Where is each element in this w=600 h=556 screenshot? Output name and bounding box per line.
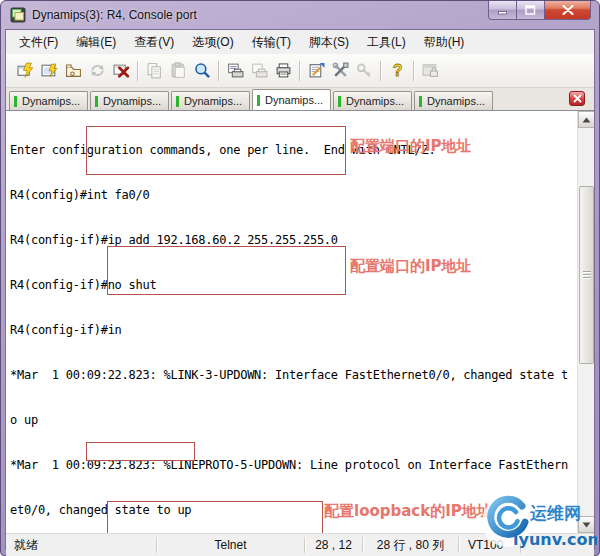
terminal-line: *Mar 1 00:09:22.823: %LINK-3-UPDOWN: Int… [10, 368, 568, 383]
toolbar: ? [6, 54, 594, 88]
menu-transfer[interactable]: 传输(T) [243, 31, 300, 54]
print-button[interactable] [271, 59, 295, 82]
minimize-button[interactable] [488, 1, 517, 20]
terminal-screen[interactable]: Enter configuration commands, one per li… [6, 110, 594, 533]
app-window: Dynamips(3): R4, Console port 文件(F) 编辑(E… [0, 0, 600, 556]
tab-label: Dynamips... [427, 95, 485, 107]
copy-icon [146, 62, 163, 79]
terminal-line: *Mar 1 00:09:23.823: %LINEPROTO-5-UPDOWN… [10, 458, 568, 473]
key-icon [356, 62, 373, 79]
client-area: 文件(F) 编辑(E) 查看(V) 选项(O) 传输(T) 脚本(S) 工具(L… [5, 29, 595, 550]
menu-script[interactable]: 脚本(S) [300, 31, 358, 54]
tab-label: Dynamips... [22, 95, 80, 107]
disconnect-icon [113, 62, 130, 79]
find-icon [194, 62, 211, 79]
session-options-button[interactable] [304, 59, 328, 82]
print-selection-icon [251, 62, 268, 79]
menu-help[interactable]: 帮助(H) [415, 31, 474, 54]
disconnect-button[interactable] [109, 59, 133, 82]
close-button[interactable] [545, 1, 591, 20]
maximize-button[interactable] [517, 1, 545, 20]
print-screen-icon [227, 62, 244, 79]
tab-dynamips-2[interactable]: Dynamips... [90, 91, 169, 110]
print-selection-button[interactable] [247, 59, 271, 82]
watermark-site-url: iyunv.com [513, 530, 597, 549]
status-ready: 就绪 [6, 537, 156, 553]
menu-tools[interactable]: 工具(L) [358, 31, 415, 54]
vertical-scrollbar[interactable] [577, 111, 594, 533]
session-lock-button[interactable] [418, 59, 442, 82]
tab-status-icon [95, 96, 98, 107]
tab-label: Dynamips... [103, 95, 161, 107]
tab-label: Dynamips... [265, 94, 323, 106]
status-cursor-position: 28 , 12 [305, 537, 362, 553]
menu-edit[interactable]: 编辑(E) [67, 31, 125, 54]
tab-status-icon [14, 96, 17, 107]
minimize-icon [498, 6, 508, 15]
global-options-icon [332, 62, 349, 79]
keymap-button[interactable] [352, 59, 376, 82]
copy-button[interactable] [142, 59, 166, 82]
close-icon [562, 5, 574, 15]
scrollbar-grip [583, 271, 591, 280]
lock-icon [422, 62, 439, 79]
reconnect-icon [89, 62, 106, 79]
connect-icon [41, 62, 58, 79]
tab-status-icon [176, 96, 179, 107]
close-tab-icon [573, 94, 582, 103]
print-icon [275, 62, 292, 79]
reconnect-button[interactable] [85, 59, 109, 82]
app-icon [10, 7, 26, 23]
maximize-icon [525, 5, 536, 15]
connect-button[interactable] [37, 59, 61, 82]
toolbar-separator [299, 61, 300, 81]
tab-label: Dynamips... [346, 95, 404, 107]
scroll-up-icon [582, 117, 591, 123]
terminal-line: Enter configuration commands, one per li… [10, 143, 568, 158]
watermark-site-name: 运维网 [529, 503, 581, 523]
tab-status-icon [257, 95, 260, 106]
menubar: 文件(F) 编辑(E) 查看(V) 选项(O) 传输(T) 脚本(S) 工具(L… [6, 30, 594, 54]
close-tab-button[interactable] [569, 91, 585, 106]
window-title: Dynamips(3): R4, Console port [32, 8, 197, 22]
global-options-button[interactable] [328, 59, 352, 82]
tab-dynamips-6[interactable]: Dynamips... [414, 91, 493, 110]
scrollbar-thumb[interactable] [579, 186, 594, 364]
tab-status-icon [338, 96, 341, 107]
help-button[interactable]: ? [385, 59, 409, 82]
session-options-icon [308, 62, 325, 79]
toolbar-separator [137, 61, 138, 81]
scroll-up-button[interactable] [578, 111, 594, 128]
menu-view[interactable]: 查看(V) [125, 31, 183, 54]
tab-dynamips-5[interactable]: Dynamips... [333, 91, 412, 110]
tab-dynamips-1[interactable]: Dynamips... [9, 91, 88, 110]
help-icon: ? [389, 62, 406, 79]
paste-icon [170, 62, 187, 79]
toolbar-separator [218, 61, 219, 81]
print-screen-button[interactable] [223, 59, 247, 82]
menu-options[interactable]: 选项(O) [183, 31, 242, 54]
menu-file[interactable]: 文件(F) [10, 31, 67, 54]
svg-text:?: ? [392, 62, 402, 79]
terminal-line: R4(config)#int fa0/0 [10, 188, 568, 203]
status-screen-size: 28 行 , 80 列 [363, 537, 458, 553]
tab-dynamips-3[interactable]: Dynamips... [171, 91, 250, 110]
tab-label: Dynamips... [184, 95, 242, 107]
caption-buttons [488, 1, 591, 20]
terminal-line: R4(config-if)#in [10, 323, 568, 338]
terminal-line: o up [10, 413, 568, 428]
status-protocol: Telnet [157, 537, 304, 553]
terminal-line: R4(config-if)#ip add 192.168.60.2 255.25… [10, 233, 568, 248]
iyunv-watermark: 运维网 iyunv.com [483, 495, 597, 552]
quick-connect-button[interactable] [13, 59, 37, 82]
find-button[interactable] [190, 59, 214, 82]
session-tabbar: Dynamips... Dynamips... Dynamips... Dyna… [6, 88, 594, 110]
tab-dynamips-4-active[interactable]: Dynamips... [252, 89, 331, 110]
terminal-output: Enter configuration commands, one per li… [10, 113, 568, 533]
paste-button[interactable] [166, 59, 190, 82]
tab-status-icon [419, 96, 422, 107]
connect-in-tab-button[interactable] [61, 59, 85, 82]
terminal-line: R4(config-if)#no shut [10, 278, 568, 293]
toolbar-separator [380, 61, 381, 81]
connect-in-tab-icon [65, 62, 82, 79]
